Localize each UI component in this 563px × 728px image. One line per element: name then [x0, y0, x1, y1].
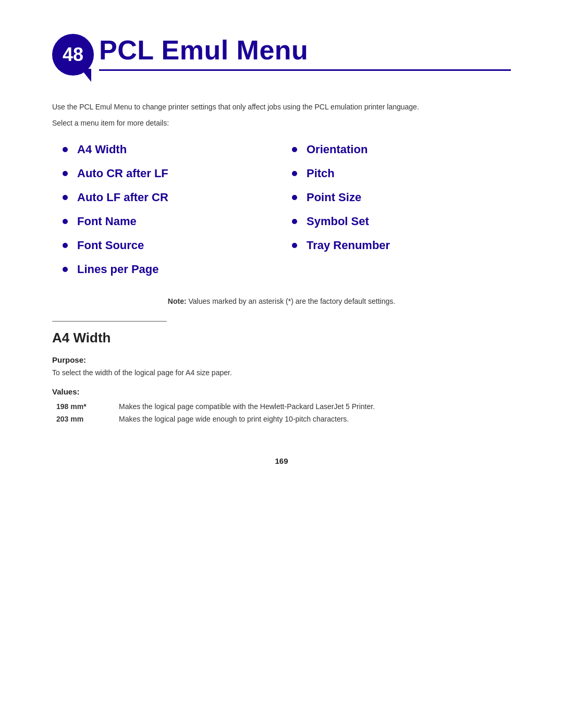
value-label-203: 203 mm: [52, 413, 115, 425]
list-item[interactable]: A4 Width: [52, 138, 282, 162]
menu-link-pitch[interactable]: Pitch: [307, 167, 335, 180]
bullet-icon: [63, 219, 68, 224]
menu-right-column: Orientation Pitch Point Size Symbol Set …: [282, 138, 511, 281]
menu-link-lines-per-page[interactable]: Lines per Page: [77, 263, 159, 276]
bullet-icon: [63, 171, 68, 176]
intro-description: Use the PCL Emul Menu to change printer …: [52, 102, 511, 113]
list-item[interactable]: Font Name: [52, 209, 282, 233]
list-item[interactable]: Orientation: [282, 138, 511, 162]
menu-link-tray-renumber[interactable]: Tray Renumber: [307, 239, 390, 252]
list-item[interactable]: Point Size: [282, 186, 511, 209]
menu-link-point-size[interactable]: Point Size: [307, 191, 361, 204]
values-table: 198 mm* Makes the logical page compatibl…: [52, 400, 511, 425]
menu-link-font-source[interactable]: Font Source: [77, 239, 144, 252]
bullet-icon: [292, 195, 297, 200]
list-item[interactable]: Font Source: [52, 233, 282, 257]
note-section: Note: Values marked by an asterisk (*) a…: [52, 297, 511, 305]
bullet-icon: [63, 195, 68, 200]
menu-link-font-name[interactable]: Font Name: [77, 215, 137, 228]
intro-section: Use the PCL Emul Menu to change printer …: [52, 102, 511, 127]
page-header: 48 PCL Emul Menu: [52, 31, 511, 76]
value-label-198: 198 mm*: [52, 400, 115, 413]
title-block: PCL Emul Menu: [89, 31, 511, 71]
purpose-text: To select the width of the logical page …: [52, 368, 511, 377]
list-item[interactable]: Auto LF after CR: [52, 186, 282, 209]
page-title: PCL Emul Menu: [99, 35, 511, 65]
header-rule: [99, 69, 511, 71]
bullet-icon: [292, 243, 297, 248]
note-bold-prefix: Note:: [168, 297, 187, 305]
values-heading: Values:: [52, 387, 511, 396]
value-desc-203: Makes the logical page wide enough to pr…: [115, 413, 511, 425]
bullet-icon: [292, 147, 297, 152]
list-item[interactable]: Tray Renumber: [282, 233, 511, 257]
menu-grid: A4 Width Auto CR after LF Auto LF after …: [52, 138, 511, 281]
note-text: Note: Values marked by an asterisk (*) a…: [52, 297, 511, 305]
page-number: 169: [52, 456, 511, 465]
menu-link-symbol-set[interactable]: Symbol Set: [307, 215, 369, 228]
table-row: 203 mm Makes the logical page wide enoug…: [52, 413, 511, 425]
bullet-icon: [63, 267, 68, 272]
list-item[interactable]: Pitch: [282, 162, 511, 186]
section-divider: [52, 321, 167, 322]
list-item[interactable]: Symbol Set: [282, 209, 511, 233]
bullet-icon: [292, 171, 297, 176]
badge-number: 48: [63, 44, 83, 66]
bullet-icon: [292, 219, 297, 224]
note-body: Values marked by an asterisk (*) are the…: [187, 297, 395, 305]
purpose-heading: Purpose:: [52, 355, 511, 364]
menu-left-column: A4 Width Auto CR after LF Auto LF after …: [52, 138, 282, 281]
menu-link-orientation[interactable]: Orientation: [307, 143, 368, 156]
a4-width-heading: A4 Width: [52, 330, 511, 346]
menu-link-a4-width[interactable]: A4 Width: [77, 143, 127, 156]
select-prompt: Select a menu item for more details:: [52, 119, 511, 127]
menu-link-auto-cr[interactable]: Auto CR after LF: [77, 167, 168, 180]
chapter-badge: 48: [52, 34, 94, 76]
value-desc-198: Makes the logical page compatible with t…: [115, 400, 511, 413]
table-row: 198 mm* Makes the logical page compatibl…: [52, 400, 511, 413]
bullet-icon: [63, 243, 68, 248]
list-item[interactable]: Auto CR after LF: [52, 162, 282, 186]
list-item[interactable]: Lines per Page: [52, 257, 282, 281]
bullet-icon: [63, 147, 68, 152]
menu-link-auto-lf[interactable]: Auto LF after CR: [77, 191, 168, 204]
